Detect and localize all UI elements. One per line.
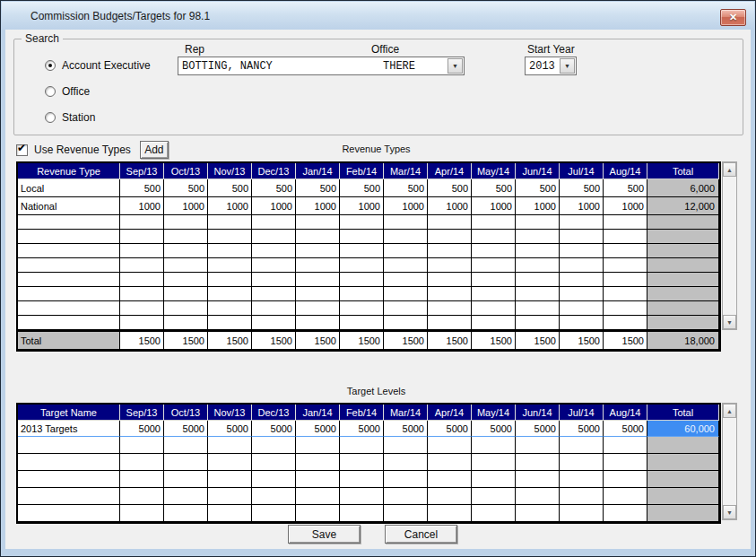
value-cell[interactable] [208,258,252,273]
value-cell[interactable] [604,471,647,488]
value-cell[interactable] [472,316,516,330]
value-cell[interactable] [208,454,252,471]
value-cell[interactable]: 500 [296,179,340,197]
value-cell[interactable] [252,454,296,471]
value-cell[interactable] [120,258,164,273]
value-cell[interactable] [120,471,164,488]
value-cell[interactable] [164,244,208,258]
value-cell[interactable]: 1000 [296,197,340,215]
value-cell[interactable] [296,471,340,488]
value-cell[interactable] [428,488,472,505]
row-name-cell[interactable] [18,505,120,522]
value-cell[interactable] [296,258,340,273]
save-button[interactable]: Save [288,525,361,544]
value-cell[interactable] [208,488,252,505]
value-cell[interactable]: 1000 [340,197,384,215]
value-cell[interactable] [516,258,560,273]
value-cell[interactable] [296,287,340,301]
value-cell[interactable] [384,454,428,471]
value-cell[interactable] [208,230,252,244]
value-cell[interactable] [560,230,604,244]
value-cell[interactable]: 1000 [560,197,604,215]
value-cell[interactable] [164,287,208,301]
value-cell[interactable] [208,316,252,330]
value-cell[interactable] [384,301,428,316]
value-cell[interactable] [428,273,472,287]
value-cell[interactable]: 5000 [428,421,472,437]
value-cell[interactable] [428,244,472,258]
rep-dropdown-button[interactable]: ▼ [448,58,463,74]
value-cell[interactable] [384,273,428,287]
value-cell[interactable] [120,230,164,244]
value-cell[interactable] [208,287,252,301]
row-name-cell[interactable] [18,273,120,287]
value-cell[interactable] [208,215,252,230]
value-cell[interactable] [296,316,340,330]
scroll-down-button[interactable]: ▼ [723,505,736,519]
value-cell[interactable]: 1000 [604,197,647,215]
value-cell[interactable] [296,454,340,471]
value-cell[interactable] [252,244,296,258]
target-vertical-scrollbar[interactable]: ▲ ▼ [722,403,737,520]
value-cell[interactable]: 500 [384,179,428,197]
value-cell[interactable]: 500 [472,179,516,197]
value-cell[interactable] [428,437,472,454]
close-button[interactable]: ✕ [720,9,746,26]
value-cell[interactable] [560,244,604,258]
value-cell[interactable] [384,215,428,230]
value-cell[interactable] [560,471,604,488]
value-cell[interactable] [428,301,472,316]
value-cell[interactable] [604,273,647,287]
value-cell[interactable] [340,454,384,471]
value-cell[interactable] [604,437,647,454]
value-cell[interactable] [120,437,164,454]
value-cell[interactable] [120,454,164,471]
value-cell[interactable] [340,258,384,273]
value-cell[interactable]: 500 [208,179,252,197]
value-cell[interactable]: 1000 [516,197,560,215]
value-cell[interactable] [516,230,560,244]
value-cell[interactable] [384,244,428,258]
value-cell[interactable] [296,230,340,244]
value-cell[interactable] [208,273,252,287]
radio-button-icon[interactable] [45,112,56,123]
radio-account-executive[interactable]: Account Executive [45,59,151,72]
value-cell[interactable]: 500 [252,179,296,197]
value-cell[interactable] [120,301,164,316]
value-cell[interactable] [472,454,516,471]
value-cell[interactable] [252,301,296,316]
value-cell[interactable]: 5000 [516,421,560,437]
value-cell[interactable] [384,471,428,488]
rep-combobox[interactable]: BOTTING, NANCY THERE ▼ [178,57,465,75]
value-cell[interactable] [516,471,560,488]
row-name-cell[interactable] [18,471,120,488]
value-cell[interactable]: 5000 [208,421,252,437]
value-cell[interactable] [516,287,560,301]
scrollbar-track[interactable] [723,177,736,315]
value-cell[interactable] [208,505,252,522]
row-name-cell[interactable] [18,258,120,273]
value-cell[interactable] [208,301,252,316]
value-cell[interactable] [516,273,560,287]
value-cell[interactable] [164,258,208,273]
value-cell[interactable] [604,488,647,505]
row-name-cell[interactable] [18,454,120,471]
value-cell[interactable] [428,258,472,273]
value-cell[interactable] [340,301,384,316]
row-name-cell[interactable] [18,301,120,316]
value-cell[interactable] [164,230,208,244]
value-cell[interactable] [604,258,647,273]
value-cell[interactable] [252,215,296,230]
value-cell[interactable] [560,437,604,454]
value-cell[interactable] [560,488,604,505]
value-cell[interactable] [472,230,516,244]
value-cell[interactable] [120,488,164,505]
value-cell[interactable]: 5000 [384,421,428,437]
row-name-cell[interactable] [18,244,120,258]
cancel-button[interactable]: Cancel [385,525,457,544]
value-cell[interactable] [604,454,647,471]
value-cell[interactable] [120,215,164,230]
value-cell[interactable] [516,454,560,471]
value-cell[interactable] [428,316,472,330]
value-cell[interactable] [384,258,428,273]
